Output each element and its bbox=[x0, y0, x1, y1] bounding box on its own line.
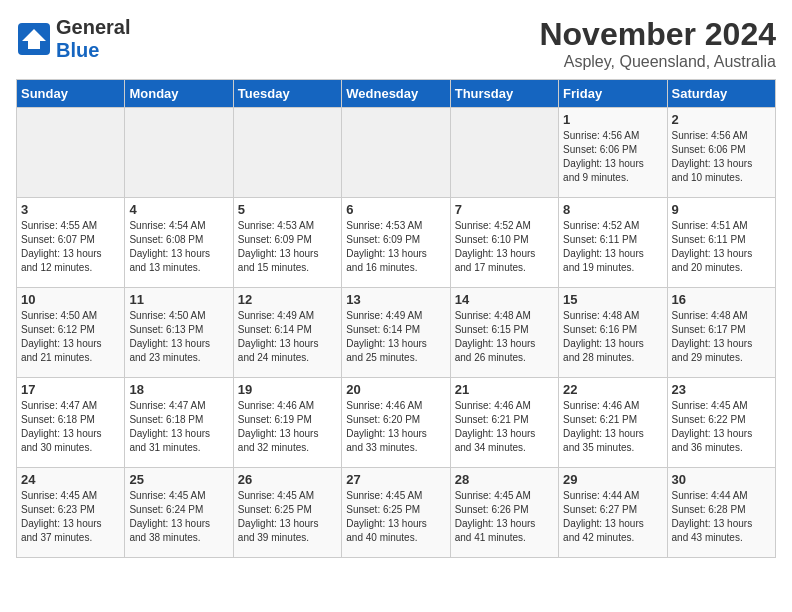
day-info: Sunrise: 4:45 AM Sunset: 6:26 PM Dayligh… bbox=[455, 489, 554, 545]
day-info: Sunrise: 4:46 AM Sunset: 6:21 PM Dayligh… bbox=[563, 399, 662, 455]
day-info: Sunrise: 4:46 AM Sunset: 6:21 PM Dayligh… bbox=[455, 399, 554, 455]
logo-general: General bbox=[56, 16, 130, 38]
day-number: 7 bbox=[455, 202, 554, 217]
day-info: Sunrise: 4:45 AM Sunset: 6:24 PM Dayligh… bbox=[129, 489, 228, 545]
day-info: Sunrise: 4:48 AM Sunset: 6:15 PM Dayligh… bbox=[455, 309, 554, 365]
calendar-cell: 9Sunrise: 4:51 AM Sunset: 6:11 PM Daylig… bbox=[667, 198, 775, 288]
day-number: 24 bbox=[21, 472, 120, 487]
day-info: Sunrise: 4:50 AM Sunset: 6:13 PM Dayligh… bbox=[129, 309, 228, 365]
day-number: 23 bbox=[672, 382, 771, 397]
calendar-cell bbox=[450, 108, 558, 198]
day-info: Sunrise: 4:56 AM Sunset: 6:06 PM Dayligh… bbox=[563, 129, 662, 185]
calendar-cell: 10Sunrise: 4:50 AM Sunset: 6:12 PM Dayli… bbox=[17, 288, 125, 378]
day-info: Sunrise: 4:46 AM Sunset: 6:19 PM Dayligh… bbox=[238, 399, 337, 455]
calendar-cell: 25Sunrise: 4:45 AM Sunset: 6:24 PM Dayli… bbox=[125, 468, 233, 558]
day-number: 17 bbox=[21, 382, 120, 397]
calendar-cell: 17Sunrise: 4:47 AM Sunset: 6:18 PM Dayli… bbox=[17, 378, 125, 468]
title-area: November 2024 Aspley, Queensland, Austra… bbox=[539, 16, 776, 71]
day-info: Sunrise: 4:44 AM Sunset: 6:28 PM Dayligh… bbox=[672, 489, 771, 545]
day-number: 12 bbox=[238, 292, 337, 307]
calendar-cell: 15Sunrise: 4:48 AM Sunset: 6:16 PM Dayli… bbox=[559, 288, 667, 378]
logo: General Blue bbox=[16, 16, 130, 62]
day-number: 8 bbox=[563, 202, 662, 217]
day-info: Sunrise: 4:45 AM Sunset: 6:23 PM Dayligh… bbox=[21, 489, 120, 545]
day-number: 20 bbox=[346, 382, 445, 397]
calendar-cell bbox=[233, 108, 341, 198]
calendar-cell: 22Sunrise: 4:46 AM Sunset: 6:21 PM Dayli… bbox=[559, 378, 667, 468]
calendar-table: SundayMondayTuesdayWednesdayThursdayFrid… bbox=[16, 79, 776, 558]
day-number: 28 bbox=[455, 472, 554, 487]
calendar-cell: 2Sunrise: 4:56 AM Sunset: 6:06 PM Daylig… bbox=[667, 108, 775, 198]
day-number: 3 bbox=[21, 202, 120, 217]
day-info: Sunrise: 4:52 AM Sunset: 6:10 PM Dayligh… bbox=[455, 219, 554, 275]
day-info: Sunrise: 4:51 AM Sunset: 6:11 PM Dayligh… bbox=[672, 219, 771, 275]
calendar-cell: 1Sunrise: 4:56 AM Sunset: 6:06 PM Daylig… bbox=[559, 108, 667, 198]
calendar-cell: 6Sunrise: 4:53 AM Sunset: 6:09 PM Daylig… bbox=[342, 198, 450, 288]
day-info: Sunrise: 4:46 AM Sunset: 6:20 PM Dayligh… bbox=[346, 399, 445, 455]
calendar-cell bbox=[17, 108, 125, 198]
calendar-header-row: SundayMondayTuesdayWednesdayThursdayFrid… bbox=[17, 80, 776, 108]
day-number: 6 bbox=[346, 202, 445, 217]
day-number: 1 bbox=[563, 112, 662, 127]
day-number: 22 bbox=[563, 382, 662, 397]
day-info: Sunrise: 4:52 AM Sunset: 6:11 PM Dayligh… bbox=[563, 219, 662, 275]
calendar-cell: 7Sunrise: 4:52 AM Sunset: 6:10 PM Daylig… bbox=[450, 198, 558, 288]
calendar-cell: 29Sunrise: 4:44 AM Sunset: 6:27 PM Dayli… bbox=[559, 468, 667, 558]
calendar-week-4: 17Sunrise: 4:47 AM Sunset: 6:18 PM Dayli… bbox=[17, 378, 776, 468]
calendar-cell: 8Sunrise: 4:52 AM Sunset: 6:11 PM Daylig… bbox=[559, 198, 667, 288]
calendar-cell: 11Sunrise: 4:50 AM Sunset: 6:13 PM Dayli… bbox=[125, 288, 233, 378]
day-info: Sunrise: 4:47 AM Sunset: 6:18 PM Dayligh… bbox=[129, 399, 228, 455]
calendar-cell: 20Sunrise: 4:46 AM Sunset: 6:20 PM Dayli… bbox=[342, 378, 450, 468]
month-title: November 2024 bbox=[539, 16, 776, 53]
day-header-thursday: Thursday bbox=[450, 80, 558, 108]
location-title: Aspley, Queensland, Australia bbox=[539, 53, 776, 71]
calendar-cell: 19Sunrise: 4:46 AM Sunset: 6:19 PM Dayli… bbox=[233, 378, 341, 468]
calendar-week-2: 3Sunrise: 4:55 AM Sunset: 6:07 PM Daylig… bbox=[17, 198, 776, 288]
calendar-cell: 23Sunrise: 4:45 AM Sunset: 6:22 PM Dayli… bbox=[667, 378, 775, 468]
day-number: 2 bbox=[672, 112, 771, 127]
day-info: Sunrise: 4:45 AM Sunset: 6:25 PM Dayligh… bbox=[238, 489, 337, 545]
day-info: Sunrise: 4:49 AM Sunset: 6:14 PM Dayligh… bbox=[346, 309, 445, 365]
calendar-cell: 13Sunrise: 4:49 AM Sunset: 6:14 PM Dayli… bbox=[342, 288, 450, 378]
day-number: 11 bbox=[129, 292, 228, 307]
day-number: 10 bbox=[21, 292, 120, 307]
day-header-saturday: Saturday bbox=[667, 80, 775, 108]
logo-blue: Blue bbox=[56, 39, 99, 61]
day-info: Sunrise: 4:48 AM Sunset: 6:16 PM Dayligh… bbox=[563, 309, 662, 365]
day-info: Sunrise: 4:56 AM Sunset: 6:06 PM Dayligh… bbox=[672, 129, 771, 185]
day-info: Sunrise: 4:47 AM Sunset: 6:18 PM Dayligh… bbox=[21, 399, 120, 455]
day-info: Sunrise: 4:53 AM Sunset: 6:09 PM Dayligh… bbox=[346, 219, 445, 275]
calendar-cell bbox=[342, 108, 450, 198]
calendar-cell: 27Sunrise: 4:45 AM Sunset: 6:25 PM Dayli… bbox=[342, 468, 450, 558]
day-number: 26 bbox=[238, 472, 337, 487]
calendar-cell: 16Sunrise: 4:48 AM Sunset: 6:17 PM Dayli… bbox=[667, 288, 775, 378]
day-info: Sunrise: 4:45 AM Sunset: 6:25 PM Dayligh… bbox=[346, 489, 445, 545]
day-info: Sunrise: 4:45 AM Sunset: 6:22 PM Dayligh… bbox=[672, 399, 771, 455]
day-number: 14 bbox=[455, 292, 554, 307]
day-header-tuesday: Tuesday bbox=[233, 80, 341, 108]
day-number: 21 bbox=[455, 382, 554, 397]
calendar-week-5: 24Sunrise: 4:45 AM Sunset: 6:23 PM Dayli… bbox=[17, 468, 776, 558]
calendar-cell bbox=[125, 108, 233, 198]
day-number: 19 bbox=[238, 382, 337, 397]
calendar-cell: 28Sunrise: 4:45 AM Sunset: 6:26 PM Dayli… bbox=[450, 468, 558, 558]
calendar-cell: 21Sunrise: 4:46 AM Sunset: 6:21 PM Dayli… bbox=[450, 378, 558, 468]
day-info: Sunrise: 4:48 AM Sunset: 6:17 PM Dayligh… bbox=[672, 309, 771, 365]
day-header-friday: Friday bbox=[559, 80, 667, 108]
page-header: General Blue November 2024 Aspley, Queen… bbox=[16, 16, 776, 71]
day-info: Sunrise: 4:55 AM Sunset: 6:07 PM Dayligh… bbox=[21, 219, 120, 275]
calendar-cell: 5Sunrise: 4:53 AM Sunset: 6:09 PM Daylig… bbox=[233, 198, 341, 288]
day-header-monday: Monday bbox=[125, 80, 233, 108]
day-number: 27 bbox=[346, 472, 445, 487]
day-header-wednesday: Wednesday bbox=[342, 80, 450, 108]
calendar-cell: 24Sunrise: 4:45 AM Sunset: 6:23 PM Dayli… bbox=[17, 468, 125, 558]
day-number: 25 bbox=[129, 472, 228, 487]
day-header-sunday: Sunday bbox=[17, 80, 125, 108]
day-info: Sunrise: 4:49 AM Sunset: 6:14 PM Dayligh… bbox=[238, 309, 337, 365]
day-info: Sunrise: 4:53 AM Sunset: 6:09 PM Dayligh… bbox=[238, 219, 337, 275]
day-info: Sunrise: 4:54 AM Sunset: 6:08 PM Dayligh… bbox=[129, 219, 228, 275]
day-number: 18 bbox=[129, 382, 228, 397]
day-number: 4 bbox=[129, 202, 228, 217]
day-number: 30 bbox=[672, 472, 771, 487]
day-number: 9 bbox=[672, 202, 771, 217]
